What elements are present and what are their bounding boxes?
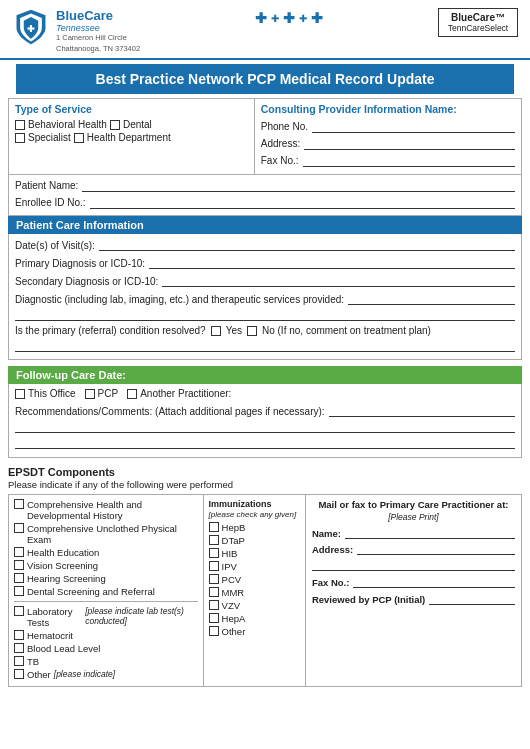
health-ed-label: Health Education xyxy=(27,547,99,558)
epsdt-title: EPSDT Components xyxy=(8,466,522,478)
followup-header: Follow-up Care Date: xyxy=(8,366,522,384)
dental-label: Dental xyxy=(123,119,152,130)
cb-ipv: IPV xyxy=(209,561,300,572)
followup-section: Follow-up Care Date: This Office PCP Ano… xyxy=(8,366,522,458)
pcp-label: PCP xyxy=(98,388,119,399)
ipv-checkbox[interactable] xyxy=(209,561,219,571)
specialist-label: Specialist xyxy=(28,132,71,143)
brand-sub-text: TennCareSelect xyxy=(446,23,510,33)
address-line2: Chattanooga, TN 373402 xyxy=(56,44,140,55)
hepa-checkbox[interactable] xyxy=(209,613,219,623)
mail-fax-subheader: [Please Print] xyxy=(312,512,515,522)
resolved-no-checkbox[interactable] xyxy=(247,326,257,336)
vzv-label: VZV xyxy=(222,600,240,611)
consulting-header: Consulting Provider Information Name: xyxy=(261,103,515,115)
secondary-diag-line: Secondary Diagnosis or ICD-10: xyxy=(15,273,515,287)
behavioral-health-label: Behavioral Health xyxy=(28,119,107,130)
hematocrit-checkbox[interactable] xyxy=(14,630,24,640)
cross-icon-1: ✚ xyxy=(255,10,267,26)
other-lab-checkbox[interactable] xyxy=(14,669,24,679)
type-of-service-header: Type of Service xyxy=(15,103,248,115)
resolved-yes-label: Yes xyxy=(226,325,242,336)
secondary-diag-label: Secondary Diagnosis or ICD-10: xyxy=(15,276,158,287)
hearing-checkbox[interactable] xyxy=(14,573,24,583)
other-imm-checkbox[interactable] xyxy=(209,626,219,636)
behavioral-health-checkbox[interactable] xyxy=(15,120,25,130)
pcp-checkbox[interactable] xyxy=(85,389,95,399)
comp-health-checkbox[interactable] xyxy=(14,499,24,509)
diagnostic-label: Diagnostic (including lab, imaging, etc.… xyxy=(15,294,344,305)
another-checkbox[interactable] xyxy=(127,389,137,399)
dtap-checkbox[interactable] xyxy=(209,535,219,545)
blood-lead-checkbox[interactable] xyxy=(14,643,24,653)
fax-input[interactable] xyxy=(303,153,515,167)
col3-fax-label: Fax No.: xyxy=(312,577,349,588)
col3-address-input[interactable] xyxy=(357,542,515,555)
primary-diag-label: Primary Diagnosis or ICD-10: xyxy=(15,258,145,269)
resolved-yes-checkbox[interactable] xyxy=(211,326,221,336)
col3-address-field: Address: xyxy=(312,542,515,555)
phone-label: Phone No. xyxy=(261,121,308,132)
resolved-label: Is the primary (referral) condition reso… xyxy=(15,325,206,336)
col3-fax-field: Fax No.: xyxy=(312,575,515,588)
cb-dental: Dental Screening and Referral xyxy=(14,586,198,597)
page-title: Best Practice Network PCP Medical Record… xyxy=(16,64,514,94)
followup-extra-line2 xyxy=(15,437,515,449)
mmr-checkbox[interactable] xyxy=(209,587,219,597)
comp-unclothed-checkbox[interactable] xyxy=(14,523,24,533)
checkbox-row-2: Specialist Health Department xyxy=(15,132,248,143)
health-dept-label: Health Department xyxy=(87,132,171,143)
epsdt-body: Comprehensive Health and Developmental H… xyxy=(8,494,522,687)
address-input[interactable] xyxy=(304,136,515,150)
enrollee-id-input[interactable] xyxy=(90,195,515,209)
reviewed-input[interactable] xyxy=(429,592,515,605)
cb-hematocrit: Hematocrit xyxy=(14,630,198,641)
diagnostic-extra-line xyxy=(15,309,515,321)
type-of-service-col: Type of Service Behavioral Health Dental… xyxy=(9,99,255,174)
col3-address-line2[interactable] xyxy=(312,558,515,571)
address-label: Address: xyxy=(261,138,300,149)
hepb-checkbox[interactable] xyxy=(209,522,219,532)
specialist-checkbox[interactable] xyxy=(15,133,25,143)
epsdt-col2: Immunizations [please check any given] H… xyxy=(204,495,306,686)
pcv-checkbox[interactable] xyxy=(209,574,219,584)
dental-screening-checkbox[interactable] xyxy=(14,586,24,596)
primary-diag-input[interactable] xyxy=(149,255,515,269)
consulting-col: Consulting Provider Information Name: Ph… xyxy=(255,99,521,174)
lab-tests-label: Laboratory Tests xyxy=(27,606,82,628)
cb-other-lab: Other [please indicate] xyxy=(14,669,198,680)
cb-hib: HIB xyxy=(209,548,300,559)
another-label: Another Practitioner: xyxy=(140,388,231,399)
patient-name-input[interactable] xyxy=(82,178,515,192)
pcv-label: PCV xyxy=(222,574,242,585)
cb-hearing: Hearing Screening xyxy=(14,573,198,584)
dates-input[interactable] xyxy=(99,237,515,251)
brand-tennessee: Tennessee xyxy=(56,23,140,33)
recommendations-input[interactable] xyxy=(329,403,515,417)
cb-vzv: VZV xyxy=(209,600,300,611)
tb-checkbox[interactable] xyxy=(14,656,24,666)
col3-address-label: Address: xyxy=(312,544,353,555)
dental-checkbox[interactable] xyxy=(110,120,120,130)
resolved-line: Is the primary (referral) condition reso… xyxy=(15,325,515,336)
hib-checkbox[interactable] xyxy=(209,548,219,558)
other-lab-label: Other xyxy=(27,669,51,680)
health-ed-checkbox[interactable] xyxy=(14,547,24,557)
dtap-label: DTaP xyxy=(222,535,245,546)
top-section: Type of Service Behavioral Health Dental… xyxy=(8,98,522,175)
logo-text-area: BlueCare Tennessee 1 Cameron Hill Circle… xyxy=(56,8,140,54)
phone-input[interactable] xyxy=(312,119,515,133)
page: ✚ BlueCare Tennessee 1 Cameron Hill Circ… xyxy=(0,0,530,749)
health-dept-checkbox[interactable] xyxy=(74,133,84,143)
vision-checkbox[interactable] xyxy=(14,560,24,570)
diagnostic-input[interactable] xyxy=(348,291,515,305)
col3-name-input[interactable] xyxy=(345,526,515,539)
col3-fax-input[interactable] xyxy=(353,575,515,588)
diagnostic-line: Diagnostic (including lab, imaging, etc.… xyxy=(15,291,515,305)
lab-tests-checkbox[interactable] xyxy=(14,606,24,616)
header: ✚ BlueCare Tennessee 1 Cameron Hill Circ… xyxy=(0,0,530,60)
this-office-checkbox[interactable] xyxy=(15,389,25,399)
secondary-diag-input[interactable] xyxy=(162,273,515,287)
immunizations-header: Immunizations xyxy=(209,499,300,509)
vzv-checkbox[interactable] xyxy=(209,600,219,610)
